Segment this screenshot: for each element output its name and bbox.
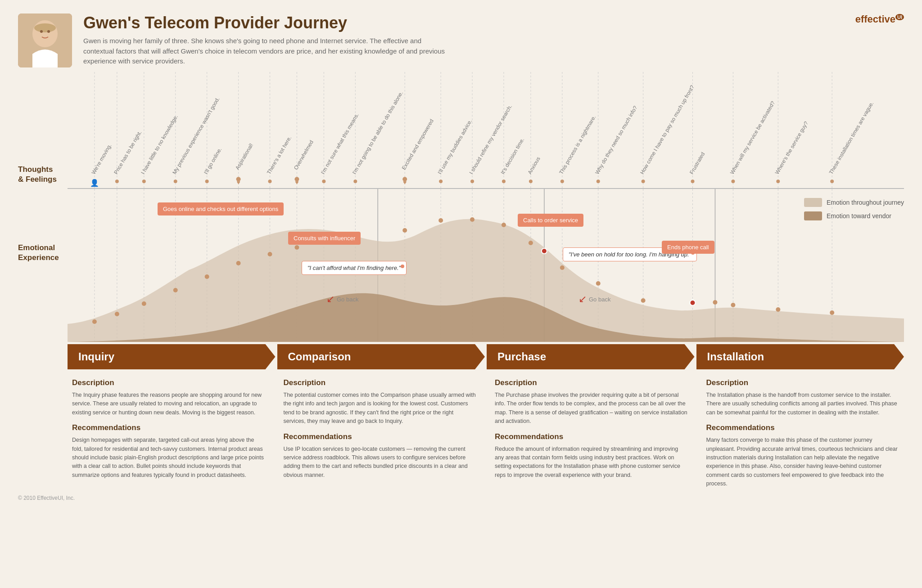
svg-text:How come I have to pay so much: How come I have to pay so much up front?	[639, 84, 696, 175]
svg-text:I have little to no knowledge.: I have little to no knowledge.	[140, 114, 179, 175]
svg-text:We're moving.: We're moving.	[90, 143, 113, 175]
comparison-desc-title: Description	[284, 378, 477, 387]
comparison-rec-text: Use IP location services to geo-locate c…	[284, 445, 477, 480]
svg-text:Why do they need so much info?: Why do they need so much info?	[594, 104, 639, 175]
svg-text:Aspirational!: Aspirational!	[234, 142, 254, 171]
svg-point-4	[40, 30, 43, 33]
svg-point-34	[142, 180, 146, 183]
svg-text:I'll go online.: I'll go online.	[203, 147, 223, 175]
svg-text:♥: ♥	[295, 179, 298, 186]
svg-point-124	[830, 310, 834, 315]
svg-point-108	[294, 245, 299, 250]
svg-point-112	[438, 218, 443, 223]
svg-text:I'll use my buddies advice.: I'll use my buddies advice.	[437, 118, 474, 175]
purchase-desc-title: Description	[495, 378, 688, 387]
svg-point-67	[642, 180, 645, 183]
avatar	[18, 13, 72, 67]
brand-logo: effectiveUI	[855, 13, 904, 25]
svg-point-102	[115, 312, 119, 316]
legend-swatch-journey	[804, 198, 822, 207]
svg-text:♥: ♥	[403, 179, 407, 186]
svg-point-43	[268, 180, 272, 183]
emotional-chart: Goes online and checks out different opt…	[68, 189, 904, 342]
inquiry-rec-title: Recommendations	[72, 423, 266, 432]
svg-text:I'm not going to be able to do: I'm not going to be able to do this alon…	[351, 90, 404, 175]
svg-point-63	[560, 180, 564, 183]
header: Gwen's Telecom Provider Journey Gwen is …	[0, 0, 922, 72]
purchase-description: Description The Purchase phase involves …	[490, 378, 693, 488]
purchase-rec-text: Reduce the amount of information require…	[495, 445, 688, 480]
legend-item-journey: Emotion throughout journey	[804, 198, 904, 207]
svg-point-75	[830, 180, 834, 183]
legend: Emotion throughout journey Emotion towar…	[804, 198, 904, 220]
svg-point-113	[470, 217, 475, 222]
svg-point-3	[34, 23, 56, 32]
svg-text:There's a lot here.: There's a lot here.	[266, 135, 293, 175]
legend-item-vendor: Emotion toward vendor	[804, 211, 904, 220]
svg-point-101	[92, 319, 97, 324]
svg-point-50	[353, 180, 357, 183]
journey-container: Thoughts& Feelings	[0, 72, 922, 488]
footer: © 2010 EffectiveUI, Inc.	[0, 488, 922, 508]
svg-point-106	[236, 261, 241, 265]
calls-to-order-callout: Calls to order service	[518, 214, 583, 227]
comparison-rec-title: Recommendations	[284, 432, 477, 441]
cant-afford-callout: "I can't afford what I'm finding here."	[302, 261, 407, 275]
svg-point-111	[402, 228, 407, 233]
descriptions-row: Description The Inquiry phase features t…	[18, 378, 904, 488]
svg-text:These installation times are v: These installation times are vague.	[828, 101, 875, 175]
thoughts-svg: We're moving. 👤 Price has to be right. I…	[68, 72, 904, 188]
svg-point-115	[529, 241, 533, 245]
svg-text:It's decision time.: It's decision time.	[499, 137, 525, 175]
inquiry-desc-title: Description	[72, 378, 266, 387]
thoughts-label: Thoughts& Feelings	[18, 165, 68, 189]
svg-point-119	[641, 298, 646, 303]
installation-desc-text: The Installation phase is the handoff fr…	[706, 391, 900, 417]
svg-point-118	[596, 281, 601, 286]
svg-point-123	[776, 307, 780, 312]
page-title: Gwen's Telecom Provider Journey	[83, 13, 904, 32]
phase-comparison: Comparison	[277, 344, 485, 369]
svg-text:Where's the service guy?: Where's the service guy?	[774, 120, 809, 175]
phase-installation: Installation	[696, 344, 904, 369]
page-subtitle: Gwen is moving her family of three. She …	[83, 36, 452, 67]
svg-point-125	[542, 248, 547, 254]
svg-point-57	[470, 180, 474, 183]
inquiry-description: Description The Inquiry phase features t…	[68, 378, 270, 488]
svg-point-32	[115, 180, 119, 183]
inquiry-desc-text: The Inquiry phase features the reasons p…	[72, 391, 266, 417]
comparison-desc-text: The potential customer comes into the Co…	[284, 391, 477, 426]
svg-point-36	[174, 180, 177, 183]
go-back-2: ↙ Go back	[579, 293, 610, 305]
installation-rec-text: Many factors converge to make this phase…	[706, 436, 900, 488]
installation-desc-title: Description	[706, 378, 900, 387]
svg-text:Frustrated: Frustrated	[688, 151, 706, 175]
svg-point-121	[713, 300, 717, 305]
inquiry-rec-text: Design homepages with separate, targeted…	[72, 436, 266, 480]
svg-point-59	[502, 180, 506, 183]
svg-point-5	[47, 30, 50, 33]
svg-point-69	[691, 180, 695, 183]
svg-text:I'm not sure what this means.: I'm not sure what this means.	[320, 112, 360, 175]
comparison-description: Description The potential customer comes…	[279, 378, 482, 488]
copyright: © 2010 EffectiveUI, Inc.	[18, 495, 75, 501]
svg-point-61	[529, 180, 533, 183]
goes-online-callout: Goes online and checks out different opt…	[158, 202, 284, 215]
svg-point-65	[597, 180, 600, 183]
svg-text:Overwhelmed: Overwhelmed	[293, 139, 315, 171]
main-container: Gwen's Telecom Provider Journey Gwen is …	[0, 0, 922, 588]
ends-phone-callout: Ends phone call	[662, 241, 714, 254]
svg-text:♥: ♥	[236, 179, 240, 186]
svg-point-71	[731, 180, 735, 183]
svg-point-48	[322, 180, 325, 183]
svg-text:This process is a nightmare.: This process is a nightmare.	[558, 114, 597, 175]
svg-point-104	[173, 288, 178, 292]
svg-point-73	[776, 180, 780, 183]
consults-callout: Consults with influencer	[288, 232, 361, 245]
legend-swatch-vendor	[804, 211, 822, 220]
go-back-1: ↙ Go back	[326, 293, 358, 305]
installation-rec-title: Recommendations	[706, 423, 900, 432]
phases-row: Inquiry Comparison Purchase Installation	[18, 344, 904, 369]
svg-point-105	[205, 274, 209, 279]
svg-point-107	[268, 252, 272, 256]
